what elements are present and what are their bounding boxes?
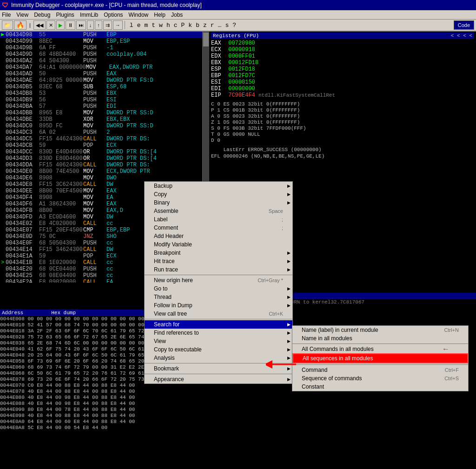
ctx-label: Run trace (154, 266, 178, 273)
ctx-item-thread[interactable]: Thread (145, 293, 292, 301)
ctx-item-run-trace[interactable]: Run trace (145, 265, 292, 274)
toolbar-stop[interactable]: ✕ (46, 20, 55, 30)
cpu-line-2[interactable]: 00434D9B6A FFPUSH-1 (0, 45, 209, 51)
sub-separator-2 (292, 343, 468, 344)
ctx-item-go-to[interactable]: Go to (145, 284, 292, 293)
sub-shortcut: Ctrl+N (444, 327, 459, 333)
cpu-line-7[interactable]: 00434DAE64:8925 00000MOVDWORD PTR FS:D (0, 77, 209, 84)
hex-addr-header: Address (2, 310, 23, 316)
ctx-item-backup[interactable]: Backup (145, 182, 292, 190)
ctx-item-find-references-to[interactable]: Find references to (145, 329, 292, 337)
cpu-line-3[interactable]: 00434D9D68 48BD4400PUSHcoolplay.004 (0, 51, 209, 58)
toolbar-pause[interactable]: ⏸ (66, 20, 75, 30)
cpu-line-0[interactable]: ►00434D9855PUSHEBP (0, 32, 209, 38)
sub-item-all-sequences-in-all-modules[interactable]: All sequences in all modules (292, 353, 468, 363)
menu-file[interactable]: File (2, 12, 11, 18)
ctx-item-copy[interactable]: Copy (145, 190, 292, 198)
toolbar-animate[interactable]: ⇉ (103, 20, 112, 30)
ctx-item-add-header[interactable]: Add Header (145, 232, 292, 240)
ctx-item-modify-variable[interactable]: Modify Variable (145, 240, 292, 249)
cpu-line-10[interactable]: 00434DB956PUSHESI (0, 97, 209, 103)
ctx-item-assemble[interactable]: Assemble Space (145, 207, 292, 215)
toolbar-code-button[interactable]: Code (454, 20, 474, 30)
sub-item-name-(label)-in-current-module[interactable]: Name (label) in current module Ctrl+N (292, 326, 468, 334)
cpu-line-18[interactable]: 00434DCC830D E40D4600ORDWORD PTR DS:[4 (0, 149, 209, 155)
efl: EFL 00000246 (NO,NB,E,BE,NS,PE,GE,LE) (211, 153, 474, 159)
toolbar-label-b[interactable]: b (196, 22, 199, 29)
cpu-line-4[interactable]: 00434DA264 504300PUSH (0, 58, 209, 64)
cpu-line-5[interactable]: 00434DA764:A1 00000000MOVEAX,DWORD PTR (0, 64, 209, 71)
ctx-item-new-origin-here[interactable]: New origin here Ctrl+Gray * (145, 276, 292, 284)
toolbar-label-e[interactable]: e (137, 22, 141, 29)
sub-item-constant[interactable]: Constant (292, 383, 468, 391)
cpu-line-9[interactable]: 00434DB853PUSHEBX (0, 90, 209, 97)
ctx-item-hit-trace[interactable]: Hit trace (145, 257, 292, 265)
toolbar-label-r[interactable]: r (211, 22, 214, 29)
toolbar-step-over[interactable]: ⏭ (76, 20, 86, 30)
register-eip: EIP 7C90E4F4 ntdll.KiFastSystemCallRet (211, 92, 474, 99)
toolbar-run2[interactable]: 🔥 (14, 20, 26, 30)
sub-item-sequence-of-commands[interactable]: Sequence of commands Ctrl+S (292, 374, 468, 383)
sub-item-command[interactable]: Command Ctrl+F (292, 366, 468, 374)
cpu-line-15[interactable]: 00434DC36A 02PUSH2 (0, 129, 209, 136)
toolbar-step-in[interactable]: ↓ (87, 20, 94, 30)
menu-plugins[interactable]: Plugins (56, 12, 74, 18)
sub-label: All sequences in all modules (303, 355, 373, 362)
sub-item-all-commands-in-all-modules[interactable]: All Commands in all modules ← (292, 345, 468, 353)
menu-jobs[interactable]: Jobs (171, 12, 183, 18)
toolbar-label-z[interactable]: z (203, 22, 207, 29)
menu-immlib[interactable]: ImmLib (80, 12, 98, 18)
toolbar-open[interactable]: 📁 (2, 20, 13, 30)
toolbar-label-s[interactable]: s (225, 22, 229, 29)
hex-line-14: 0044E088 40 E8 44 00 98 E8 44 00 88 E8 4… (0, 401, 209, 407)
ctx-item-view-call-tree[interactable]: View call tree Ctrl+K (145, 310, 292, 318)
menu-options[interactable]: Options (104, 12, 123, 18)
cpu-line-21[interactable]: 00434DE08B00 74E4500MOVECX,DWORD PTR (0, 168, 209, 175)
ctx-item-copy-to-executable[interactable]: Copy to executable (145, 345, 292, 354)
context-menu-items: Backup Copy Binary Assemble Space Label … (145, 182, 292, 383)
cpu-line-11[interactable]: 00434DBA57PUSHEDI (0, 103, 209, 110)
cpu-line-6[interactable]: 00434DAD50PUSHEAX (0, 71, 209, 77)
search-submenu: Name (label) in current module Ctrl+N Na… (292, 325, 469, 391)
menu-view[interactable]: View (16, 12, 28, 18)
toolbar-label-h[interactable]: h (166, 22, 170, 29)
toolbar-label-k[interactable]: k (188, 22, 192, 29)
cpu-line-22[interactable]: 00434DE68908MOVDWO (0, 175, 209, 181)
toolbar-label-l[interactable]: l (130, 22, 133, 29)
ctx-item-appearance[interactable]: Appearance (145, 375, 292, 383)
toolbar-label-P[interactable]: P (181, 22, 185, 29)
cpu-scrollbar-thumb[interactable] (203, 33, 209, 46)
ctx-item-search-for[interactable]: Search for (145, 320, 292, 329)
menu-help[interactable]: Help (154, 12, 165, 18)
cpu-line-14[interactable]: 00434DC0895D FCMOVDWORD PTR SS:D (0, 123, 209, 129)
toolbar-step-out[interactable]: ↑ (95, 20, 102, 30)
toolbar-label-w[interactable]: w (159, 22, 163, 29)
cpu-line-16[interactable]: 00434DC5FF15 44624300CALLDWORD PTR DS: (0, 136, 209, 142)
sub-item-name-in-all-modules[interactable]: Name in all modules (292, 334, 468, 343)
cpu-line-13[interactable]: 00434DBE33DBXOREBX,EBX (0, 116, 209, 123)
cpu-line-17[interactable]: 00434DCB59POPECX (0, 142, 209, 149)
menu-window[interactable]: Window (129, 12, 149, 18)
cpu-line-19[interactable]: 00434DD3830D E80D4600ORDWORD PTR DS:[4 (0, 155, 209, 162)
registers-nav[interactable]: < < < < (451, 33, 472, 39)
ctx-item-binary[interactable]: Binary (145, 198, 292, 207)
cpu-line-8[interactable]: 00434DB583EC 68SUBESP,68 (0, 84, 209, 90)
ctx-item-label[interactable]: Label ; (145, 215, 292, 224)
toolbar-label-m[interactable]: m (144, 22, 148, 29)
cpu-line-12[interactable]: 00434DBB8965 E8MOVDWORD PTR SS:D (0, 110, 209, 116)
ctx-item-breakpoint[interactable]: Breakpoint (145, 249, 292, 257)
ctx-item-view[interactable]: View (145, 337, 292, 345)
cpu-line-1[interactable]: 00434D998BECMOVEBP,ESP (0, 38, 209, 45)
toolbar-rewind[interactable]: ◀◀ (33, 20, 46, 30)
toolbar-label-c[interactable]: c (174, 22, 178, 29)
ctx-item-follow-in-dump[interactable]: Follow in Dump (145, 301, 292, 310)
toolbar-run[interactable]: ▶ (56, 20, 65, 30)
toolbar-label-t[interactable]: t (152, 22, 155, 29)
ctx-item-comment[interactable]: Comment ; (145, 224, 292, 232)
toolbar-label-dots[interactable]: … (218, 22, 222, 29)
ctx-label: Analysis (154, 355, 175, 361)
menu-debug[interactable]: Debug (34, 12, 50, 18)
toolbar-label-q[interactable]: ? (232, 22, 236, 29)
cpu-line-20[interactable]: 00434DDAFF15 40624300CALLDWORD PTR DS: (0, 162, 209, 168)
toolbar-goto[interactable]: → (113, 20, 123, 30)
